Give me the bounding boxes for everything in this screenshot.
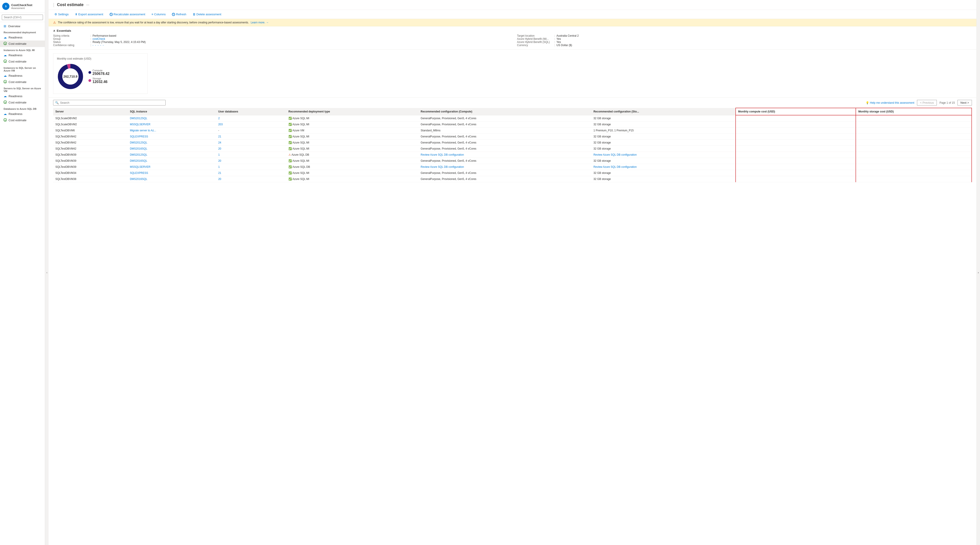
chevron-up-icon: ∧ <box>53 29 56 32</box>
storage-config-value: 32 GB storage <box>593 141 611 144</box>
col-storage-config[interactable]: Recommended configuration (Sto... <box>591 108 736 115</box>
sql-instance-link[interactable]: DMS2016SQL <box>130 159 147 162</box>
value-confidence-link[interactable]: - - - - - <box>92 44 104 47</box>
user-db-link[interactable]: 20 <box>218 178 221 181</box>
col-server[interactable]: Server <box>53 108 127 115</box>
sql-instance-link[interactable]: DMS2016SQL <box>130 178 147 181</box>
sql-instance-link[interactable]: DMS2012SQL <box>130 153 147 156</box>
user-db-link[interactable]: 203 <box>218 123 223 126</box>
recalculate-button[interactable]: ↻ Recalculate assessment <box>108 12 147 17</box>
sql-instance-link[interactable]: DMS2016SQL <box>130 147 147 150</box>
col-deployment-type[interactable]: Recommended deployment type <box>286 108 418 115</box>
toolbar: ⚙ Settings ⬇ Export assessment ↻ Recalcu… <box>49 10 977 19</box>
cell-storage-config: 1 Premium_P10, 1 Premium_P15 <box>591 127 736 133</box>
nav-section-databases: Databases to Azure SQL DB <box>0 106 45 111</box>
sidebar-item-readiness5[interactable]: ☁ Readiness <box>0 111 45 117</box>
more-options-dots[interactable]: ··· <box>86 3 89 7</box>
dollar-icon: $ <box>3 118 7 122</box>
sql-instance-link[interactable]: DMS2012SQL <box>130 117 147 120</box>
storage-config-link[interactable]: Review Azure SQL DB configuration <box>593 165 636 168</box>
sidebar-item-cost-estimate4[interactable]: $ Cost estimate <box>0 99 45 106</box>
col-sql-instance[interactable]: SQL instance <box>127 108 216 115</box>
search-input[interactable] <box>2 14 43 20</box>
sidebar-navigation: ⊞ Overview Recommended deployment ☁ Read… <box>0 22 45 545</box>
col-user-databases[interactable]: User databases <box>216 108 286 115</box>
user-db-link[interactable]: 1 <box>218 165 220 168</box>
chart-legend: Compute 250678.42 Storage 12032.46 <box>88 69 110 84</box>
app-icon: $ <box>2 3 10 10</box>
cell-deployment: ✅ Azure SQL MI <box>286 140 418 146</box>
next-button[interactable]: Next > <box>958 100 972 105</box>
user-db-link[interactable]: 20 <box>218 147 221 150</box>
cell-sql-instance: DMS2016SQL <box>127 146 216 152</box>
right-collapse-button[interactable]: › <box>977 0 980 545</box>
cell-storage-config: 32 GB storage <box>591 140 736 146</box>
essentials-header[interactable]: ∧ Essentials <box>53 29 972 32</box>
compute-config-link[interactable]: Review Azure SQL DB configuration <box>421 165 464 168</box>
export-button[interactable]: ⬇ Export assessment <box>73 12 105 17</box>
status-ok-icon: ✅ <box>288 141 292 144</box>
refresh-button[interactable]: ↻ Refresh <box>170 12 188 17</box>
sql-instance-link[interactable]: Migrate server to Az... <box>130 129 156 132</box>
dollar-icon: $ <box>3 80 7 84</box>
sidebar-item-readiness3[interactable]: ☁ Readiness <box>0 72 45 79</box>
sidebar-item-cost-estimate2[interactable]: $ Cost estimate <box>0 58 45 65</box>
previous-button[interactable]: < Previous <box>917 100 937 105</box>
compute-config-value: Standard_M8ms <box>421 129 441 132</box>
col-monthly-storage[interactable]: Monthly storage cost (USD) <box>856 108 972 115</box>
delete-button[interactable]: 🗑 Delete assessment <box>191 12 223 17</box>
cell-monthly-storage <box>856 176 972 182</box>
table-search-input[interactable] <box>60 101 164 104</box>
label-hybrid-sql: Azure Hybrid Benefit (SQL) <box>517 40 553 44</box>
user-db-link[interactable]: 21 <box>218 172 221 175</box>
sidebar-item-cost-estimate3[interactable]: $ Cost estimate <box>0 79 45 85</box>
user-db-link[interactable]: 1 <box>218 153 220 156</box>
storage-config-link[interactable]: Review Azure SQL DB configuration <box>593 153 636 156</box>
user-db-link[interactable]: 2 <box>218 117 220 120</box>
sidebar-item-label: Cost estimate <box>8 60 26 63</box>
columns-button[interactable]: ≡ Columns <box>150 12 167 17</box>
cell-monthly-compute <box>736 170 856 176</box>
sidebar-item-cost-estimate5[interactable]: $ Cost estimate <box>0 117 45 124</box>
essentials-title: Essentials <box>57 29 71 32</box>
cell-sql-instance: MSSQLSERVER <box>127 121 216 127</box>
cell-monthly-storage <box>856 121 972 127</box>
sql-instance-link[interactable]: MSSQLSERVER <box>130 165 150 168</box>
cell-storage-config: 32 GB storage <box>591 146 736 152</box>
user-db-link[interactable]: 20 <box>218 159 221 162</box>
status-ok-icon: ✅ <box>288 117 292 120</box>
compute-config-link[interactable]: Review Azure SQL DB configuration <box>421 153 464 156</box>
help-understand-link[interactable]: 💡 Help me understand this assessment <box>866 101 914 104</box>
sidebar-item-readiness4[interactable]: ☁ Readiness <box>0 93 45 99</box>
cloud-icon: ☁ <box>3 35 7 39</box>
essentials-grid: Sizing criteria : Performance-based Grou… <box>53 34 972 47</box>
sql-instance-link[interactable]: DMS2012SQL <box>130 141 147 144</box>
cell-storage-config: 32 GB storage <box>591 170 736 176</box>
sql-instance-link[interactable]: SQLEXPRESS <box>130 172 148 175</box>
cell-user-databases: 20 <box>216 146 286 152</box>
sidebar-item-cost-estimate1[interactable]: $ Cost estimate <box>0 40 45 47</box>
value-status: Ready (Thursday, May 5, 2022, 4:15:43 PM… <box>92 40 146 44</box>
user-db-link[interactable]: 21 <box>218 135 221 138</box>
settings-button[interactable]: ⚙ Settings <box>53 12 70 17</box>
sidebar-collapse-button[interactable]: ‹ <box>45 0 49 545</box>
col-compute-config[interactable]: Recommended configuration (Compute) <box>418 108 591 115</box>
value-group-link[interactable]: costCheck <box>92 37 105 40</box>
page-header: | Cost estimate ··· <box>49 0 977 10</box>
table-row: SQLScaleDBVM2 MSSQLSERVER 203 ✅ Azure SQ… <box>53 121 972 127</box>
sql-instance-link[interactable]: SQLEXPRESS <box>130 135 148 138</box>
user-db-link[interactable]: 24 <box>218 141 221 144</box>
storage-config-value: 32 GB storage <box>593 123 611 126</box>
cell-server: SQLScaleDBVM2 <box>53 121 127 127</box>
content-area: ⚠ The confidence rating of the assessmen… <box>49 19 977 545</box>
sidebar-item-overview[interactable]: ⊞ Overview <box>0 23 45 29</box>
sidebar-item-readiness1[interactable]: ☁ Readiness <box>0 34 45 40</box>
sidebar-item-readiness2[interactable]: ☁ Readiness <box>0 52 45 58</box>
essentials-row-group: Group : costCheck <box>53 37 508 40</box>
nav-section-recommended: Recommended deployment <box>0 29 45 34</box>
svg-text:$: $ <box>5 102 6 103</box>
col-monthly-compute[interactable]: Monthly compute cost (USD) <box>736 108 856 115</box>
cloud-icon: ☁ <box>3 74 7 77</box>
learn-more-link[interactable]: Learn more. → <box>251 21 269 24</box>
sql-instance-link[interactable]: MSSQLSERVER <box>130 123 150 126</box>
